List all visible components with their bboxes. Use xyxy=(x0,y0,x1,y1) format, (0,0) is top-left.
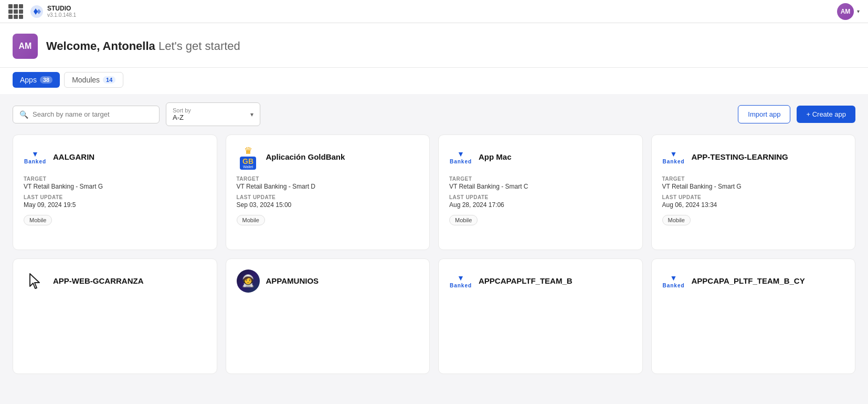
card-tag: Mobile xyxy=(662,215,691,225)
welcome-subtitle: Let's get started xyxy=(158,39,240,53)
welcome-name: Welcome, Antonella xyxy=(46,39,155,53)
target-value: VT Retail Banking - Smart C xyxy=(449,183,632,190)
banked-logo: ▼ Banked xyxy=(449,146,472,169)
sort-inner: Sort by A-Z xyxy=(173,107,247,121)
card-title: APPCAPA_PLTF_TEAM_B_CY xyxy=(692,276,805,286)
gb-text: GB xyxy=(242,158,253,165)
astronaut-logo: 🧑‍🚀 xyxy=(237,270,260,293)
user-avatar-large: AM xyxy=(13,34,38,59)
tab-apps-badge: 38 xyxy=(40,76,52,84)
card-header: ♛ GB Wallet Aplicación GoldBank xyxy=(237,146,419,169)
card-target-field: TARGET VT Retail Banking - Smart D xyxy=(237,176,419,190)
banked-v-mark: ▼ xyxy=(457,150,464,158)
apps-grid-icon[interactable] xyxy=(8,4,23,19)
sort-dropdown[interactable]: Sort by A-Z ▾ xyxy=(166,102,260,126)
card-lastupdate-field: LAST UPDATE Sep 03, 2024 15:00 xyxy=(237,194,419,209)
card-tag: Mobile xyxy=(237,215,265,225)
banked-v-mark: ▼ xyxy=(457,274,464,282)
lastupdate-value: Aug 28, 2024 17:06 xyxy=(449,201,632,209)
banked-word: Banked xyxy=(662,283,684,288)
card-target-field: TARGET VT Retail Banking - Smart G xyxy=(24,176,206,190)
card-header: ▼ Banked AALGARIN xyxy=(24,146,206,169)
import-app-button[interactable]: Import app xyxy=(738,105,790,123)
banked-v-mark: ▼ xyxy=(31,150,39,158)
card-tag: Mobile xyxy=(24,215,52,225)
user-avatar-button[interactable]: AM xyxy=(837,3,854,20)
card-header: ▼ Banked App Mac xyxy=(449,146,632,169)
welcome-text: Welcome, Antonella Let's get started xyxy=(46,39,240,53)
banked-v-mark: ▼ xyxy=(670,150,678,158)
sort-chevron-icon: ▾ xyxy=(250,111,253,118)
card-lastupdate-field: LAST UPDATE Aug 06, 2024 13:34 xyxy=(662,194,845,209)
tab-apps-label: Apps xyxy=(20,76,37,84)
banked-logo: ▼ Banked xyxy=(662,270,685,293)
lastupdate-value: Aug 06, 2024 13:34 xyxy=(662,201,845,209)
search-box[interactable]: 🔍 xyxy=(13,106,160,123)
banked-word: Banked xyxy=(450,159,472,164)
target-value: VT Retail Banking - Smart G xyxy=(662,183,845,190)
app-card[interactable]: 🧑‍🚀 APPAMUNIOS xyxy=(226,258,430,374)
top-navigation: STUDIO v3.1.0.148.1 AM ▾ xyxy=(0,0,868,23)
banked-logo: ▼ Banked xyxy=(449,270,472,293)
card-body: TARGET VT Retail Banking - Smart C LAST … xyxy=(449,176,632,239)
studio-title: STUDIO xyxy=(47,5,76,12)
app-card[interactable]: ▼ Banked APP-TESTING-LEARNING TARGET VT … xyxy=(651,134,856,250)
tab-modules[interactable]: Modules 14 xyxy=(64,72,123,88)
banked-word: Banked xyxy=(24,159,46,164)
card-body xyxy=(662,300,845,363)
banked-word: Banked xyxy=(450,283,472,288)
tab-modules-label: Modules xyxy=(72,76,100,84)
card-body xyxy=(237,300,419,363)
card-header: 🧑‍🚀 APPAMUNIOS xyxy=(237,270,419,293)
wallet-text: Wallet xyxy=(243,165,253,169)
target-label: TARGET xyxy=(662,176,845,182)
studio-logo-icon xyxy=(29,4,44,19)
card-title: APPCAPAPLTF_TEAM_B xyxy=(479,276,573,286)
create-app-button[interactable]: + Create app xyxy=(797,106,855,123)
goldbank-logo: ♛ GB Wallet xyxy=(237,146,260,169)
tabs-row: Apps 38 Modules 14 xyxy=(13,68,855,88)
target-label: TARGET xyxy=(237,176,419,182)
card-lastupdate-field: LAST UPDATE Aug 28, 2024 17:06 xyxy=(449,194,632,209)
search-input[interactable] xyxy=(33,110,153,118)
card-tag: Mobile xyxy=(449,215,478,225)
welcome-area: AM Welcome, Antonella Let's get started xyxy=(0,23,868,68)
card-title: App Mac xyxy=(479,152,512,162)
card-header: ▼ Banked APP-TESTING-LEARNING xyxy=(662,146,845,169)
cursor-icon xyxy=(26,272,45,291)
card-title: APPAMUNIOS xyxy=(266,276,319,286)
sort-value: A-Z xyxy=(173,113,247,121)
lastupdate-value: Sep 03, 2024 15:00 xyxy=(237,201,419,209)
card-body xyxy=(24,300,206,363)
card-header: APP-WEB-GCARRANZA xyxy=(24,270,206,293)
apps-grid: ▼ Banked AALGARIN TARGET VT Retail Banki… xyxy=(0,134,868,387)
banked-logo: ▼ Banked xyxy=(662,146,685,169)
target-value: VT Retail Banking - Smart G xyxy=(24,183,206,190)
card-target-field: TARGET VT Retail Banking - Smart C xyxy=(449,176,632,190)
card-body xyxy=(449,300,632,363)
card-title: AALGARIN xyxy=(53,152,94,162)
tab-modules-badge: 14 xyxy=(103,76,115,84)
card-title: APP-WEB-GCARRANZA xyxy=(53,276,144,286)
cursor-logo xyxy=(24,270,47,293)
lastupdate-label: LAST UPDATE xyxy=(449,194,632,200)
toolbar: 🔍 Sort by A-Z ▾ Import app + Create app xyxy=(0,94,868,134)
app-card[interactable]: ▼ Banked AALGARIN TARGET VT Retail Banki… xyxy=(13,134,217,250)
target-label: TARGET xyxy=(24,176,206,182)
tab-apps[interactable]: Apps 38 xyxy=(13,72,60,88)
tabs-area: Apps 38 Modules 14 xyxy=(0,68,868,94)
avatar-chevron-icon: ▾ xyxy=(857,8,860,14)
target-value: VT Retail Banking - Smart D xyxy=(237,183,419,190)
card-body: TARGET VT Retail Banking - Smart G LAST … xyxy=(24,176,206,239)
app-card[interactable]: ▼ Banked App Mac TARGET VT Retail Bankin… xyxy=(438,134,643,250)
app-card[interactable]: ▼ Banked APPCAPA_PLTF_TEAM_B_CY xyxy=(651,258,856,374)
studio-name-area: STUDIO v3.1.0.148.1 xyxy=(47,5,76,18)
app-card[interactable]: ▼ Banked APPCAPAPLTF_TEAM_B xyxy=(438,258,643,374)
banked-v-mark: ▼ xyxy=(670,274,678,282)
lastupdate-value: May 09, 2024 19:5 xyxy=(24,201,206,209)
app-card[interactable]: APP-WEB-GCARRANZA xyxy=(13,258,217,374)
app-card[interactable]: ♛ GB Wallet Aplicación GoldBank TARGET V… xyxy=(226,134,430,250)
card-lastupdate-field: LAST UPDATE May 09, 2024 19:5 xyxy=(24,194,206,209)
studio-version: v3.1.0.148.1 xyxy=(47,12,76,18)
lastupdate-label: LAST UPDATE xyxy=(24,194,206,200)
